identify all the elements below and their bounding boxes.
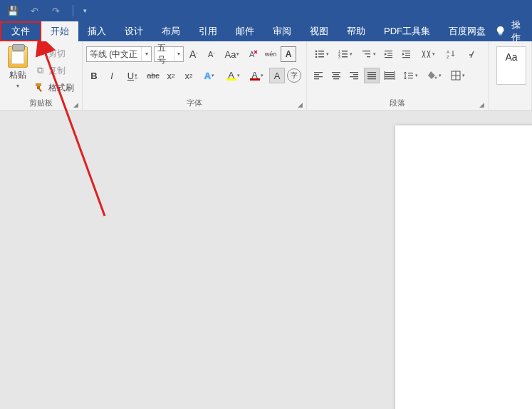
highlight-button[interactable]: A▾ (222, 68, 244, 83)
formatpainter-label: 格式刷 (48, 82, 74, 94)
align-right-button[interactable] (346, 68, 362, 83)
svg-rect-13 (363, 51, 370, 51)
clipboard-group-label: 剪贴板 ◢ (0, 98, 82, 110)
enclose-characters-button[interactable]: 字 (287, 68, 301, 83)
menu-layout[interactable]: 布局 (152, 21, 189, 41)
multilevel-list-button[interactable]: ▾ (358, 46, 379, 62)
align-justify-button[interactable] (364, 68, 380, 83)
menu-pdftools[interactable]: PDF工具集 (375, 21, 439, 41)
document-page[interactable]: ↲ (395, 125, 532, 409)
highlight-color-swatch (226, 78, 236, 81)
svg-rect-17 (387, 53, 392, 53)
svg-rect-6 (318, 56, 324, 58)
svg-rect-12 (342, 56, 348, 58)
formatpainter-button[interactable]: 格式刷 (34, 80, 74, 95)
ribbon: 粘贴 ▾ ✂ 剪切 ⧉ 复制 格式刷 (0, 41, 532, 111)
menu-view[interactable]: 视图 (301, 21, 338, 41)
group-clipboard: 粘贴 ▾ ✂ 剪切 ⧉ 复制 格式刷 (0, 41, 83, 110)
clipboard-dialog-launcher[interactable]: ◢ (72, 101, 80, 109)
svg-rect-16 (385, 51, 392, 51)
brush-icon (34, 82, 46, 93)
increase-indent-button[interactable] (399, 46, 414, 62)
svg-rect-27 (314, 74, 319, 75)
menu-insert[interactable]: 插入 (78, 21, 115, 41)
font-color-button[interactable]: A▾ (246, 68, 267, 83)
paragraph-group-label: 段落 ◢ (307, 98, 488, 110)
chevron-down-icon[interactable]: ▾ (141, 47, 151, 61)
strikethrough-button[interactable]: abc (145, 68, 161, 83)
svg-rect-43 (385, 74, 394, 75)
paste-caret[interactable]: ▾ (16, 83, 19, 89)
copy-button[interactable]: ⧉ 复制 (34, 63, 74, 78)
styles-group-label (489, 98, 531, 110)
style-thumbnail-normal[interactable]: Aa (496, 46, 526, 85)
save-button[interactable]: 💾 (6, 4, 20, 18)
paste-label: 粘贴 (9, 69, 26, 81)
menu-help[interactable]: 帮助 (338, 21, 375, 41)
shrink-font-button[interactable]: Aˇ (204, 46, 219, 62)
subscript-button[interactable]: x2 (163, 68, 179, 83)
svg-rect-10 (342, 53, 348, 55)
menu-bar: 文件 开始 插入 设计 布局 引用 邮件 审阅 视图 帮助 PDF工具集 百度网… (0, 21, 532, 41)
font-name-combo[interactable]: 等线 (中文正 ▾ (86, 46, 152, 62)
phonetic-guide-button[interactable]: wén (263, 46, 278, 62)
grow-font-button[interactable]: Aˆ (186, 46, 202, 62)
menu-design[interactable]: 设计 (115, 21, 152, 41)
italic-button[interactable]: I (104, 68, 120, 83)
tellme-icon[interactable] (495, 26, 506, 37)
svg-rect-15 (367, 56, 370, 57)
group-font: 等线 (中文正 ▾ 五号 ▾ Aˆ Aˇ Aa▾ A wén A (83, 41, 307, 110)
borders-button[interactable]: ▾ (447, 68, 468, 83)
menu-references[interactable]: 引用 (189, 21, 226, 41)
menu-home[interactable]: 开始 (41, 21, 78, 41)
font-dialog-launcher[interactable]: ◢ (296, 101, 304, 109)
svg-point-49 (434, 77, 437, 79)
menu-baidupan[interactable]: 百度网盘 (439, 21, 495, 41)
show-marks-button[interactable] (464, 46, 479, 62)
character-border-button[interactable]: A (281, 46, 296, 62)
svg-rect-36 (350, 76, 358, 77)
svg-rect-45 (385, 78, 394, 79)
svg-rect-38 (367, 72, 376, 73)
chevron-down-icon[interactable]: ▾ (174, 47, 183, 61)
shading-button[interactable]: ▾ (423, 68, 444, 83)
bullets-button[interactable]: ▾ (311, 46, 332, 62)
text-effects-button[interactable]: A▾ (199, 68, 220, 83)
redo-button[interactable]: ↷ (48, 4, 63, 18)
sort-button[interactable]: AZ (440, 46, 461, 62)
svg-rect-40 (367, 76, 376, 77)
superscript-button[interactable]: x2 (181, 68, 197, 83)
menu-review[interactable]: 审阅 (264, 21, 301, 41)
numbering-button[interactable]: 123▾ (334, 46, 355, 62)
bold-button[interactable]: B (86, 68, 102, 83)
align-center-button[interactable] (328, 68, 344, 83)
paste-button[interactable]: 粘贴 ▾ (4, 43, 32, 89)
menu-file[interactable]: 文件 (0, 21, 41, 41)
change-case-button[interactable]: Aa▾ (221, 46, 243, 62)
font-size-combo[interactable]: 五号 ▾ (154, 46, 184, 62)
menu-mailings[interactable]: 邮件 (226, 21, 264, 41)
svg-rect-28 (314, 76, 323, 77)
svg-rect-44 (385, 76, 394, 77)
svg-rect-31 (333, 74, 339, 75)
decrease-indent-button[interactable] (381, 46, 397, 62)
align-left-button[interactable] (311, 68, 326, 83)
svg-rect-14 (365, 53, 370, 54)
svg-rect-35 (353, 74, 358, 75)
clear-formatting-button[interactable]: A (245, 46, 261, 62)
paragraph-dialog-launcher[interactable]: ◢ (478, 101, 486, 109)
svg-rect-47 (408, 76, 413, 76)
svg-rect-18 (387, 55, 392, 56)
undo-button[interactable]: ↶ (27, 4, 41, 18)
document-canvas[interactable]: ↲ (0, 111, 532, 409)
svg-rect-20 (402, 51, 410, 51)
cut-button[interactable]: ✂ 剪切 (34, 46, 74, 61)
character-shading-button[interactable]: A (269, 68, 285, 83)
font-size-value: 五号 (157, 42, 174, 66)
qat-customize-caret[interactable]: ▾ (83, 7, 87, 14)
underline-button[interactable]: U▾ (122, 68, 143, 83)
asian-layout-button[interactable]: ▾ (417, 46, 438, 62)
line-spacing-button[interactable]: ▾ (400, 68, 421, 83)
tellme-label[interactable]: 操作 (511, 19, 529, 44)
distributed-button[interactable] (382, 68, 397, 83)
